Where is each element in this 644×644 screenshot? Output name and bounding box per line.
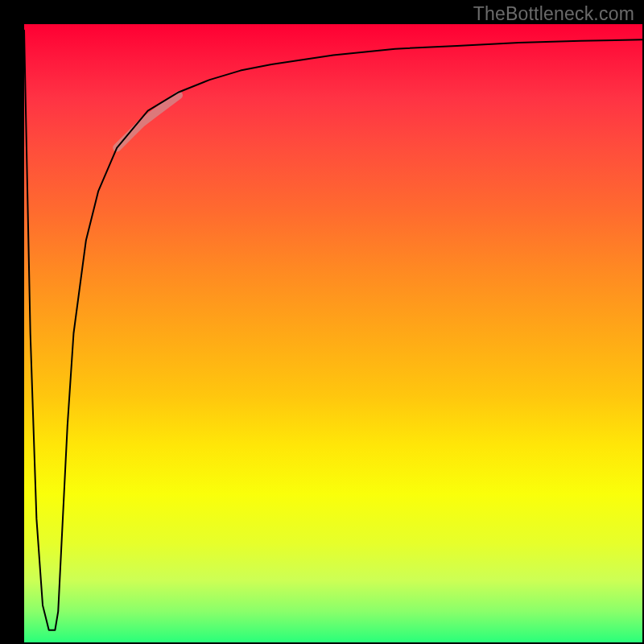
bottleneck-curve-path — [24, 31, 642, 630]
chart-frame: TheBottleneck.com — [0, 0, 644, 644]
plot-area — [24, 24, 642, 642]
curve-svg — [24, 24, 642, 642]
highlight-segment-path — [117, 95, 179, 147]
watermark-text: TheBottleneck.com — [473, 3, 634, 25]
